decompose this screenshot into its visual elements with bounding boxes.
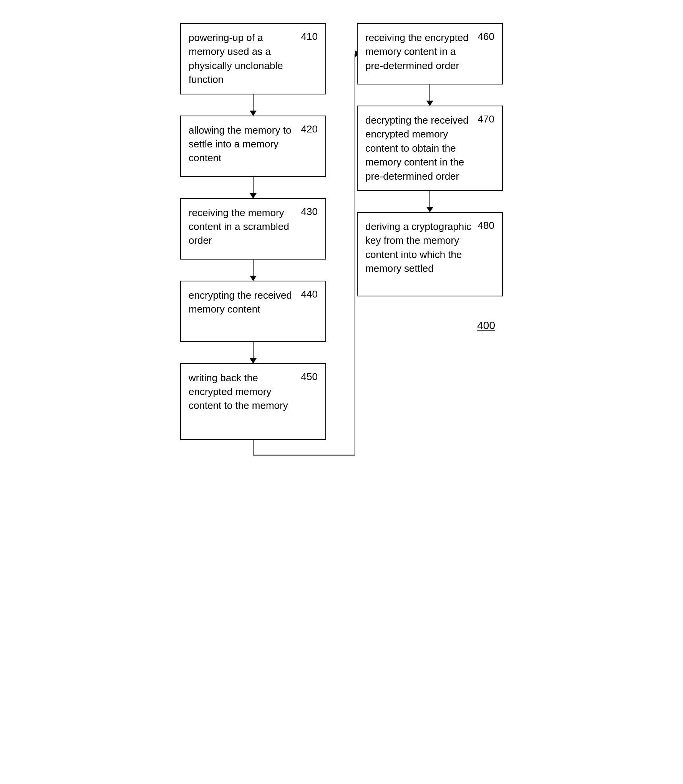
box-460-number: 460: [478, 31, 494, 43]
arrow-460-470: [429, 84, 430, 106]
box-440-number: 440: [301, 288, 318, 300]
box-460-text: receiving the encrypted memory content i…: [365, 31, 474, 73]
box-470: decrypting the received encrypted memory…: [357, 106, 503, 191]
box-450-number: 450: [301, 371, 318, 383]
box-430-number: 430: [301, 206, 318, 218]
box-470-text: decrypting the received encrypted memory…: [365, 113, 474, 183]
box-430-text: receiving the memory content in a scramb…: [189, 206, 297, 248]
box-420-number: 420: [301, 123, 318, 135]
box-410-number: 410: [301, 31, 318, 43]
box-420: allowing the memory to settle into a mem…: [180, 116, 326, 177]
box-430: receiving the memory content in a scramb…: [180, 198, 326, 260]
diagram-container: powering-up of a memory used as a physic…: [180, 23, 503, 440]
arrow-430-440: [253, 260, 254, 281]
box-450-text: writing back the encrypted memory conten…: [189, 371, 297, 413]
box-450: writing back the encrypted memory conten…: [180, 363, 326, 440]
box-480: deriving a cryptographic key from the me…: [357, 212, 503, 296]
box-420-text: allowing the memory to settle into a mem…: [189, 123, 297, 165]
arrow-440-450: [253, 342, 254, 363]
diagram-label: 400: [477, 319, 503, 332]
arrow-410-420: [253, 94, 254, 116]
box-470-number: 470: [478, 113, 494, 125]
box-440: encrypting the received memory content 4…: [180, 281, 326, 342]
box-480-text: deriving a cryptographic key from the me…: [365, 220, 474, 276]
right-column: receiving the encrypted memory content i…: [357, 23, 503, 332]
left-column: powering-up of a memory used as a physic…: [180, 23, 326, 440]
box-410: powering-up of a memory used as a physic…: [180, 23, 326, 94]
box-460: receiving the encrypted memory content i…: [357, 23, 503, 84]
box-410-text: powering-up of a memory used as a physic…: [189, 31, 297, 87]
box-480-number: 480: [478, 220, 494, 232]
box-440-text: encrypting the received memory content: [189, 288, 297, 316]
arrow-470-480: [429, 191, 430, 212]
arrow-420-430: [253, 177, 254, 198]
